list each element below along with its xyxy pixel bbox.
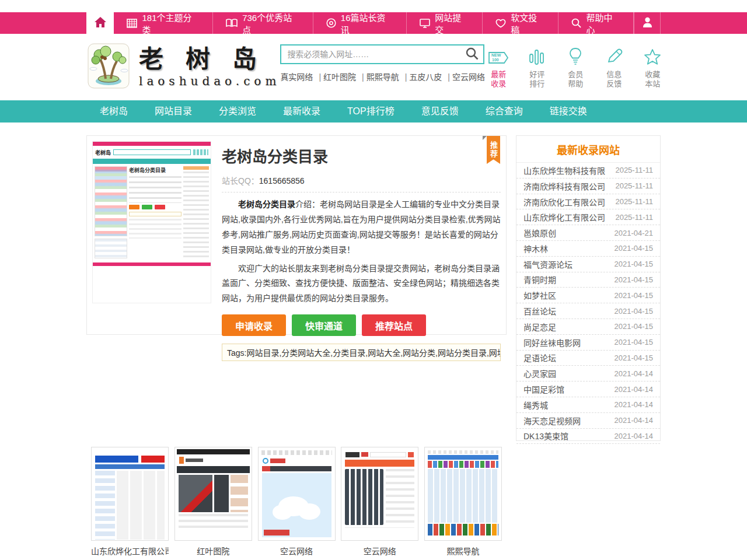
list-item[interactable]: 福气资源论坛2021-04-15	[516, 257, 660, 272]
list-item[interactable]: 心灵家园2021-04-14	[516, 366, 660, 382]
site-thumbnail[interactable]	[174, 447, 252, 541]
quick-link[interactable]: 熙熙导航	[356, 72, 399, 82]
topbar: 181个主题分类 736个优秀站点 16篇站长资讯 网站提交 软文投稿	[0, 12, 747, 34]
apply-inclusion-button[interactable]: 申请收录	[222, 314, 286, 336]
site-thumbnail[interactable]	[258, 447, 336, 541]
description-paragraph: 欢迎广大的站长朋友来到老树岛分类目录提交贵网站，老树岛分类目录涵盖面广、分类细致…	[222, 261, 501, 307]
list-item[interactable]: 绳秀城2021-04-14	[516, 397, 660, 413]
shortcut-top-rated[interactable]: 好评排行	[523, 46, 551, 89]
list-item[interactable]: 尚足恋足2021-04-15	[516, 319, 660, 335]
list-item[interactable]: 中国足彩馆2021-04-14	[516, 382, 660, 397]
site-name: 空云网络	[258, 545, 336, 556]
topbar-item-news[interactable]: 16篇站长资讯	[313, 12, 407, 34]
topbar-item-submit[interactable]: 网站提交	[407, 12, 483, 34]
nav-item-top[interactable]: TOP排行榜	[334, 100, 408, 123]
latest-sites-list: 山东欣烨生物科技有限2025-11-11 济南欣烨科技有限公司2025-11-1…	[516, 163, 660, 444]
site-logo[interactable]: 老树岛 laoshudao.com	[86, 42, 280, 92]
topbar-item-label: 181个主题分类	[142, 11, 200, 36]
site-thumbnail[interactable]	[341, 447, 418, 541]
description-paragraph: 老树岛分类目录介绍：老树岛网站目录是全人工编辑的专业中文分类目录网站,收录国内外…	[222, 197, 501, 258]
thumb-decoration	[179, 514, 248, 531]
user-button[interactable]	[634, 12, 661, 34]
list-item[interactable]: 济南欣欣化工有限公司2025-11-11	[516, 194, 660, 210]
quick-links: 真实网络红叶图院熙熙导航五皮八皮空云网络	[280, 71, 484, 82]
list-item[interactable]: 海天恋足视频网2021-04-14	[516, 413, 660, 429]
list-item[interactable]: 山东欣烨化工有限公司2025-11-11	[516, 209, 660, 225]
user-icon	[643, 17, 652, 30]
thumb-decoration	[95, 464, 165, 469]
topbar-item-help[interactable]: 帮助中心	[558, 12, 634, 34]
nav-item-directory[interactable]: 网站目录	[141, 100, 205, 123]
site-info: 老树岛分类目录 站长QQ：1615665856 老树岛分类目录介绍：老树岛网站目…	[222, 145, 501, 361]
site-screenshot-thumbnail[interactable]: 老树岛 老树岛分类目录	[92, 141, 211, 303]
page-title: 老树岛分类目录	[222, 145, 501, 166]
thumb-decoration	[428, 455, 498, 460]
topbar-item-label: 网站提交	[435, 11, 469, 36]
thumb-decoration	[343, 467, 416, 527]
recommend-site-button[interactable]: 推荐站点	[362, 314, 426, 336]
heart-icon	[495, 19, 506, 28]
qq-label: 站长QQ：	[222, 176, 259, 186]
quick-link[interactable]: 红叶图院	[313, 72, 356, 82]
tags-box: Tags:网站目录,分类网站大全,分类目录,网站大全,网站分类,网站分类目录,网…	[222, 344, 501, 361]
home-tab[interactable]	[86, 12, 114, 34]
nav-item-links[interactable]: 链接交换	[536, 100, 601, 123]
svg-text:NEW: NEW	[491, 53, 501, 57]
list-item[interactable]: 百丝论坛2021-04-15	[516, 303, 660, 319]
nav-item-latest[interactable]: 最新收录	[270, 100, 334, 123]
shortcut-bookmark[interactable]: 收藏本站	[638, 46, 666, 89]
featured-sites-row: 山东欣烨化工有限公司 红叶图院 空云网络	[86, 447, 507, 556]
thumb-decoration	[428, 450, 498, 454]
topbar-item-categories[interactable]: 181个主题分类	[114, 12, 213, 34]
list-item[interactable]: 足语论坛2021-04-15	[516, 351, 660, 366]
thumb-decoration	[343, 449, 416, 460]
list-item[interactable]: 济南欣烨科技有限公司2025-11-11	[516, 178, 660, 194]
ribbon-fold	[483, 136, 487, 140]
divider	[222, 192, 501, 192]
thumb-decoration	[93, 262, 211, 266]
site-name: 山东欣烨化工有限公司	[91, 545, 169, 556]
search-button[interactable]	[466, 47, 483, 62]
pencil-icon	[605, 46, 623, 65]
list-item[interactable]: 青铜时期2021-04-15	[516, 272, 660, 288]
list-item[interactable]: 如梦社区2021-04-15	[516, 288, 660, 303]
list-item[interactable]: DK13美束馆2021-04-14	[516, 429, 660, 444]
bulb-icon	[569, 46, 582, 65]
shortcut-label: 信息反馈	[606, 70, 622, 89]
list-item[interactable]: 同好丝袜电影网2021-04-15	[516, 335, 660, 351]
topbar-item-articles[interactable]: 软文投稿	[483, 12, 558, 34]
nav-item-feedback[interactable]: 意见反馈	[408, 100, 472, 123]
topbar-item-sites[interactable]: 736个优秀站点	[213, 12, 313, 34]
quick-link[interactable]: 空云网络	[442, 72, 485, 82]
nav-item-query[interactable]: 综合查询	[472, 100, 536, 123]
shortcut-latest[interactable]: NEW100 最新收录	[484, 46, 512, 89]
list-item[interactable]: 神木林2021-04-15	[516, 241, 660, 257]
nav-item-browse[interactable]: 分类浏览	[205, 100, 270, 123]
thumb-decoration	[428, 469, 498, 523]
nav-item-home[interactable]: 老树岛	[86, 100, 141, 123]
thumb-decoration	[262, 466, 331, 471]
site-thumbnail[interactable]	[424, 447, 502, 541]
site-name: 空云网络	[341, 545, 418, 556]
quick-link[interactable]: 五皮八皮	[399, 72, 442, 82]
header: 老树岛 laoshudao.com 真实网络红叶图院熙熙导航五皮八皮空云网络 N…	[0, 34, 747, 98]
qq-value: 1615665856	[259, 176, 305, 186]
search-icon	[571, 18, 581, 28]
site-name: 熙熙导航	[424, 545, 502, 556]
fast-review-button[interactable]: 快审通道	[292, 314, 356, 336]
header-shortcuts: NEW100 最新收录 好评排行 会员帮助	[484, 46, 666, 89]
latest-sites-panel: 最新收录网站 山东欣烨生物科技有限2025-11-11 济南欣烨科技有限公司20…	[516, 135, 661, 441]
thumb-decoration	[177, 449, 250, 454]
search-area: 真实网络红叶图院熙熙导航五皮八皮空云网络	[280, 44, 484, 82]
quick-link[interactable]: 真实网络	[280, 72, 313, 82]
shortcut-feedback[interactable]: 信息反馈	[600, 46, 628, 89]
list-item[interactable]: 邕娘原创2021-04-21	[516, 225, 660, 241]
shortcut-member-help[interactable]: 会员帮助	[561, 46, 589, 89]
search-icon	[466, 53, 479, 62]
list-item[interactable]: 山东欣烨生物科技有限2025-11-11	[516, 163, 660, 178]
thumb-decoration	[95, 456, 165, 463]
shortcut-label: 好评排行	[529, 70, 544, 89]
new100-icon: NEW100	[488, 46, 509, 65]
site-thumbnail[interactable]	[91, 447, 169, 541]
search-input[interactable]	[281, 50, 466, 59]
